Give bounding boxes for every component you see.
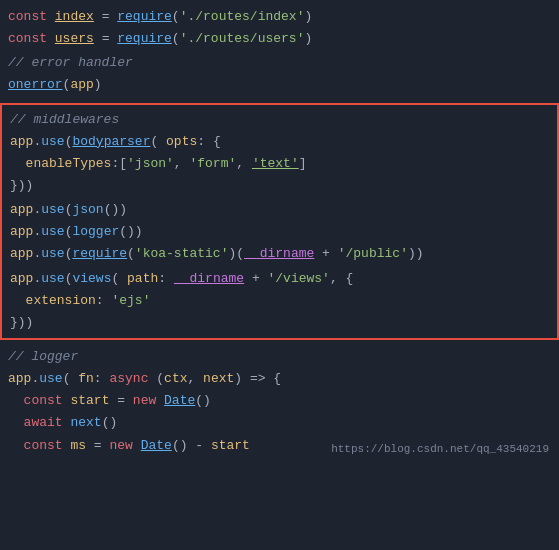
code-line (0, 97, 559, 99)
code-line: const users = require('./routes/users') (0, 28, 559, 50)
code-line: app.use(views( path: __dirname + '/views… (2, 268, 557, 290)
code-line: onerror(app) (0, 74, 559, 96)
code-line: })) (2, 312, 557, 334)
code-before-block: const index = require('./routes/index')c… (0, 6, 559, 99)
highlighted-lines: // middlewaresapp.use(bodyparser( opts: … (2, 109, 557, 334)
code-line: enableTypes:['json', 'form', 'text'] (2, 153, 557, 175)
code-line: app.use(require('koa-static')(__dirname … (2, 243, 557, 265)
code-line: const start = new Date() (0, 390, 559, 412)
code-line: // error handler (0, 52, 559, 74)
code-editor: const index = require('./routes/index')c… (0, 0, 559, 463)
code-after-block: // loggerapp.use( fn: async (ctx, next) … (0, 344, 559, 457)
code-line: const index = require('./routes/index') (0, 6, 559, 28)
code-line: // middlewares (2, 109, 557, 131)
watermark: https://blog.csdn.net/qq_43540219 (331, 443, 549, 455)
code-line: })) (2, 175, 557, 197)
code-line: await next() (0, 412, 559, 434)
code-line: app.use( fn: async (ctx, next) => { (0, 368, 559, 390)
code-line: // logger (0, 346, 559, 368)
code-line: app.use(logger()) (2, 221, 557, 243)
code-line: extension: 'ejs' (2, 290, 557, 312)
highlighted-code-block: // middlewaresapp.use(bodyparser( opts: … (0, 103, 559, 340)
code-line: app.use(bodyparser( opts: { (2, 131, 557, 153)
code-line: app.use(json()) (2, 199, 557, 221)
